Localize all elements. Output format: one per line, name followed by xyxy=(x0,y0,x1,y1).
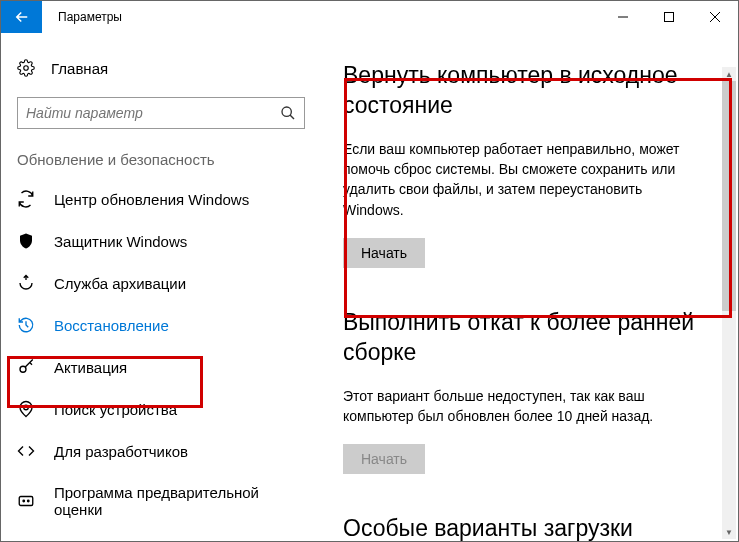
sidebar: Главная Обновление и безопасность Центр … xyxy=(1,33,321,541)
search-box[interactable] xyxy=(17,97,305,129)
window-controls xyxy=(600,1,738,33)
search-input[interactable] xyxy=(26,105,280,121)
nav-label: Служба архивации xyxy=(54,275,186,292)
nav-label: Для разработчиков xyxy=(54,443,188,460)
advanced-startup-heading: Особые варианты загрузки xyxy=(343,514,716,541)
content-area: Главная Обновление и безопасность Центр … xyxy=(1,33,738,541)
shield-icon xyxy=(17,232,35,250)
gear-icon xyxy=(17,59,35,77)
scroll-down-arrow[interactable]: ▼ xyxy=(722,525,736,539)
goback-start-button: Начать xyxy=(343,444,425,474)
svg-point-1 xyxy=(24,66,29,71)
maximize-icon xyxy=(664,12,674,22)
nav-label: Программа предварительной оценки xyxy=(54,484,305,518)
svg-rect-0 xyxy=(665,13,674,22)
svg-point-7 xyxy=(28,500,30,502)
sidebar-item-backup[interactable]: Служба архивации xyxy=(1,262,321,304)
section-header: Обновление и безопасность xyxy=(1,151,321,178)
sync-icon xyxy=(17,190,35,208)
goback-desc: Этот вариант больше недоступен, так как … xyxy=(343,386,683,427)
highlight-recovery-nav xyxy=(7,356,203,408)
sidebar-home[interactable]: Главная xyxy=(1,51,321,85)
nav-label: Центр обновления Windows xyxy=(54,191,249,208)
close-button[interactable] xyxy=(692,1,738,33)
sidebar-item-developers[interactable]: Для разработчиков xyxy=(1,430,321,472)
backup-icon xyxy=(17,274,35,292)
back-button[interactable] xyxy=(1,1,42,33)
minimize-icon xyxy=(618,12,628,22)
search-icon xyxy=(280,105,296,121)
sidebar-item-defender[interactable]: Защитник Windows xyxy=(1,220,321,262)
titlebar: Параметры xyxy=(1,1,738,33)
code-icon xyxy=(17,442,35,460)
minimize-button[interactable] xyxy=(600,1,646,33)
maximize-button[interactable] xyxy=(646,1,692,33)
sidebar-item-insider[interactable]: Программа предварительной оценки xyxy=(1,472,321,530)
insider-icon xyxy=(17,492,35,510)
svg-point-6 xyxy=(23,500,25,502)
history-icon xyxy=(17,316,35,334)
svg-rect-5 xyxy=(19,497,33,506)
sidebar-item-windows-update[interactable]: Центр обновления Windows xyxy=(1,178,321,220)
window-title: Параметры xyxy=(42,1,600,33)
close-icon xyxy=(710,12,720,22)
home-label: Главная xyxy=(51,60,108,77)
arrow-left-icon xyxy=(13,8,31,26)
nav-label: Восстановление xyxy=(54,317,169,334)
sidebar-item-recovery[interactable]: Восстановление xyxy=(1,304,321,346)
svg-point-2 xyxy=(282,107,291,116)
highlight-reset-section xyxy=(344,78,732,318)
nav-label: Защитник Windows xyxy=(54,233,187,250)
